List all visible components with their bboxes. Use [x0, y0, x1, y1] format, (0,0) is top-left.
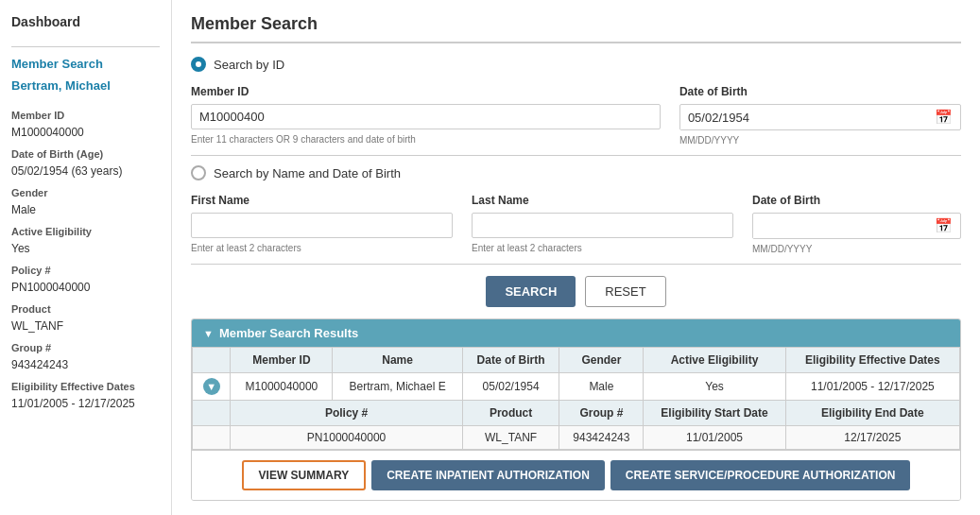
dob-group: Date of Birth 📅 MM/DD/YYYY: [679, 85, 961, 146]
search-by-name-label: Search by Name and Date of Birth: [214, 166, 401, 180]
reset-button[interactable]: RESET: [585, 276, 665, 307]
sidebar-value-active-eligibility: Yes: [11, 242, 160, 255]
member-id-hint: Enter 11 characters OR 9 characters and …: [191, 134, 661, 145]
first-name-label: First Name: [191, 194, 453, 207]
td-group: 943424243: [559, 426, 644, 450]
dob2-hint: MM/DD/YYYY: [752, 244, 961, 254]
results-header-label: Member Search Results: [219, 326, 358, 340]
td-expand[interactable]: ▼: [193, 373, 231, 401]
calendar2-icon[interactable]: 📅: [927, 214, 960, 238]
sidebar-divider1: [11, 46, 160, 47]
dob2-group: Date of Birth 📅 MM/DD/YYYY: [752, 194, 961, 254]
table-header-row1: Member ID Name Date of Birth Gender Acti…: [193, 348, 960, 373]
name-row: First Name Enter at least 2 characters L…: [191, 194, 961, 254]
sidebar-value-group: 943424243: [11, 358, 160, 371]
th-policy: Policy #: [231, 401, 462, 426]
td-member-id: M1000040000: [231, 373, 333, 401]
dob-hint: MM/DD/YYYY: [679, 135, 961, 146]
last-name-input[interactable]: [472, 213, 733, 238]
td-name: Bertram, Michael E: [333, 373, 462, 401]
th-elig-end: Eligibility End Date: [785, 401, 959, 426]
main-divider: [191, 42, 961, 43]
last-name-hint: Enter at least 2 characters: [472, 243, 733, 253]
results-header: ▼ Member Search Results: [192, 319, 960, 347]
results-section: ▼ Member Search Results Member ID Name D…: [191, 318, 961, 501]
dob2-input[interactable]: [753, 215, 927, 238]
member-id-row: Member ID Enter 11 characters OR 9 chara…: [191, 85, 961, 146]
action-btn-row: VIEW SUMMARY CREATE INPATIENT AUTHORIZAT…: [192, 450, 960, 500]
main-content: Member Search Search by ID Member ID Ent…: [172, 0, 980, 515]
dob-label: Date of Birth: [679, 85, 961, 98]
table-row: ▼ M1000040000 Bertram, Michael E 05/02/1…: [193, 373, 960, 401]
sidebar-label-elig-dates: Eligibility Effective Dates: [11, 381, 160, 392]
dob2-label: Date of Birth: [752, 194, 961, 207]
sidebar-value-product: WL_TANF: [11, 319, 160, 333]
sidebar-item-member-search[interactable]: Member Search: [11, 57, 160, 71]
th-gender: Gender: [559, 348, 644, 373]
th-active-elig: Active Eligibility: [644, 348, 785, 373]
member-id-input[interactable]: [191, 104, 661, 129]
dob-input[interactable]: [680, 106, 927, 129]
calendar-icon[interactable]: 📅: [927, 105, 960, 129]
last-name-group: Last Name Enter at least 2 characters: [472, 194, 733, 253]
th-empty: [193, 401, 231, 426]
results-table: Member ID Name Date of Birth Gender Acti…: [192, 347, 960, 450]
dob-input-wrapper: 📅: [679, 104, 961, 130]
th-expand: [193, 348, 231, 373]
sidebar-label-group: Group #: [11, 342, 160, 353]
sidebar-value-policy: PN1000040000: [11, 281, 160, 294]
member-id-label: Member ID: [191, 85, 661, 98]
sidebar: Dashboard Member Search Bertram, Michael…: [0, 0, 172, 515]
td-product: WL_TANF: [462, 426, 559, 450]
table-sub-header-row: Policy # Product Group # Eligibility Sta…: [193, 401, 960, 426]
sidebar-value-dob: 05/02/1954 (63 years): [11, 164, 160, 178]
sidebar-value-elig-dates: 11/01/2005 - 12/17/2025: [11, 397, 160, 410]
form-section-divider: [191, 155, 961, 156]
sidebar-label-dob: Date of Birth (Age): [11, 148, 160, 160]
first-name-hint: Enter at least 2 characters: [191, 243, 453, 253]
last-name-label: Last Name: [472, 194, 733, 207]
create-inpatient-auth-button[interactable]: CREATE INPATIENT AUTHORIZATION: [371, 460, 605, 490]
search-by-id-radio[interactable]: [191, 57, 206, 72]
search-by-id-section: Search by ID: [191, 57, 961, 72]
td-elig-end: 12/17/2025: [785, 426, 959, 450]
search-button[interactable]: SEARCH: [486, 276, 576, 307]
view-summary-button[interactable]: VIEW SUMMARY: [242, 460, 367, 490]
sidebar-label-policy: Policy #: [11, 265, 160, 276]
results-collapse-arrow[interactable]: ▼: [203, 328, 214, 339]
td-elig-dates: 11/01/2005 - 12/17/2025: [785, 373, 959, 401]
td-elig-start: 11/01/2005: [644, 426, 785, 450]
th-dob: Date of Birth: [462, 348, 559, 373]
th-member-id: Member ID: [231, 348, 333, 373]
search-btn-row: SEARCH RESET: [191, 276, 961, 307]
sidebar-label-gender: Gender: [11, 187, 160, 198]
table-sub-row: PN1000040000 WL_TANF 943424243 11/01/200…: [193, 426, 960, 450]
page-title: Member Search: [191, 14, 961, 34]
td-dob: 05/02/1954: [462, 373, 559, 401]
create-procedure-auth-button[interactable]: CREATE SERVICE/PROCEDURE AUTHORIZATION: [610, 460, 911, 490]
td-sub-empty: [193, 426, 231, 450]
dob2-input-wrapper: 📅: [752, 213, 961, 239]
sidebar-label-member-id: Member ID: [11, 110, 160, 121]
sidebar-dashboard-label: Dashboard: [11, 14, 160, 29]
sidebar-label-active-eligibility: Active Eligibility: [11, 226, 160, 237]
sidebar-value-member-id: M1000040000: [11, 126, 160, 139]
sidebar-member-name[interactable]: Bertram, Michael: [11, 78, 160, 93]
th-elig-dates: Eligibility Effective Dates: [785, 348, 959, 373]
expand-icon[interactable]: ▼: [203, 378, 220, 395]
td-policy: PN1000040000: [231, 426, 462, 450]
member-id-group: Member ID Enter 11 characters OR 9 chara…: [191, 85, 661, 145]
first-name-input[interactable]: [191, 213, 453, 238]
td-active-elig: Yes: [644, 373, 785, 401]
th-elig-start: Eligibility Start Date: [644, 401, 785, 426]
th-group: Group #: [559, 401, 644, 426]
search-by-name-section: Search by Name and Date of Birth: [191, 165, 961, 180]
th-name: Name: [333, 348, 462, 373]
sidebar-label-product: Product: [11, 303, 160, 315]
search-by-name-radio[interactable]: [191, 165, 206, 180]
sidebar-value-gender: Male: [11, 203, 160, 216]
td-gender: Male: [559, 373, 644, 401]
th-product: Product: [462, 401, 559, 426]
form-section-divider2: [191, 264, 961, 265]
search-by-id-label: Search by ID: [214, 58, 284, 72]
